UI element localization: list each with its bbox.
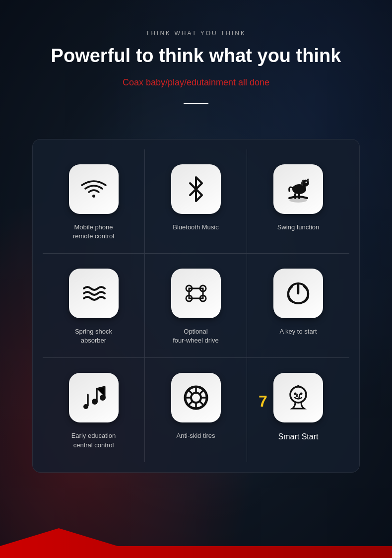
- header-section: THINK WHAT YOU THINK Powerful to think w…: [0, 0, 392, 139]
- svg-point-18: [191, 393, 201, 403]
- education-label: Early educationcentral control: [71, 431, 116, 449]
- svg-point-29: [300, 393, 303, 395]
- education-icon-box: [69, 373, 119, 422]
- divider: [184, 103, 208, 104]
- fourwheel-icon-box: [171, 269, 221, 318]
- grid-cell-tire: Anti-skid tires: [145, 358, 247, 462]
- power-icon: [283, 279, 313, 308]
- grid-cell-swing: Swing function: [247, 149, 349, 254]
- subtitle: Coax baby/play/edutainment all done: [10, 77, 382, 88]
- badge-7: 7: [259, 392, 267, 411]
- power-icon-box: [273, 269, 323, 318]
- bluetooth-icon-box: [171, 164, 221, 214]
- wifi-icon: [79, 174, 109, 204]
- features-grid: Mobile phoneremote control Bluetooth Mus…: [43, 149, 349, 462]
- tagline: THINK WHAT YOU THINK: [10, 30, 382, 37]
- svg-point-7: [306, 181, 307, 183]
- grid-cell-power: A key to start: [247, 254, 349, 358]
- tire-icon: [181, 383, 211, 413]
- swing-label: Swing function: [277, 223, 320, 232]
- power-label: A key to start: [279, 327, 317, 336]
- bluetooth-icon: [181, 174, 211, 204]
- tire-icon-box: [171, 373, 221, 422]
- smart-label: Smart Start: [278, 431, 319, 442]
- spring-icon-box: [69, 269, 119, 318]
- swing-icon-box: [273, 164, 323, 214]
- svg-text:AI: AI: [295, 393, 300, 399]
- features-grid-container: Mobile phoneremote control Bluetooth Mus…: [32, 139, 360, 473]
- svg-point-16: [83, 404, 88, 409]
- bluetooth-label: Bluetooth Music: [173, 223, 219, 232]
- mobile-remote-icon-box: [69, 164, 119, 214]
- svg-point-14: [92, 399, 98, 405]
- spring-label: Spring shockabsorber: [75, 327, 112, 345]
- grid-cell-fourwheel: Optionalfour-wheel drive: [145, 254, 247, 358]
- grid-cell-smart: 7 AI: [247, 358, 349, 462]
- svg-point-15: [100, 395, 106, 401]
- grid-cell-mobile-remote: Mobile phoneremote control: [43, 149, 145, 254]
- smart-icon-box: AI: [273, 373, 323, 422]
- horse-icon: [283, 174, 313, 204]
- spring-icon: [79, 279, 109, 308]
- mobile-remote-label: Mobile phoneremote control: [73, 223, 114, 241]
- grid-cell-spring: Spring shockabsorber: [43, 254, 145, 358]
- grid-cell-bluetooth: Bluetooth Music: [145, 149, 247, 254]
- fourwheel-icon: [181, 279, 211, 308]
- svg-point-0: [92, 195, 95, 198]
- fourwheel-label: Optionalfour-wheel drive: [173, 327, 219, 345]
- ai-icon: AI: [283, 383, 313, 413]
- main-title: Powerful to think what you think: [10, 45, 382, 68]
- tire-label: Anti-skid tires: [176, 431, 215, 440]
- music-icon: [79, 383, 109, 413]
- grid-cell-education: Early educationcentral control: [43, 358, 145, 462]
